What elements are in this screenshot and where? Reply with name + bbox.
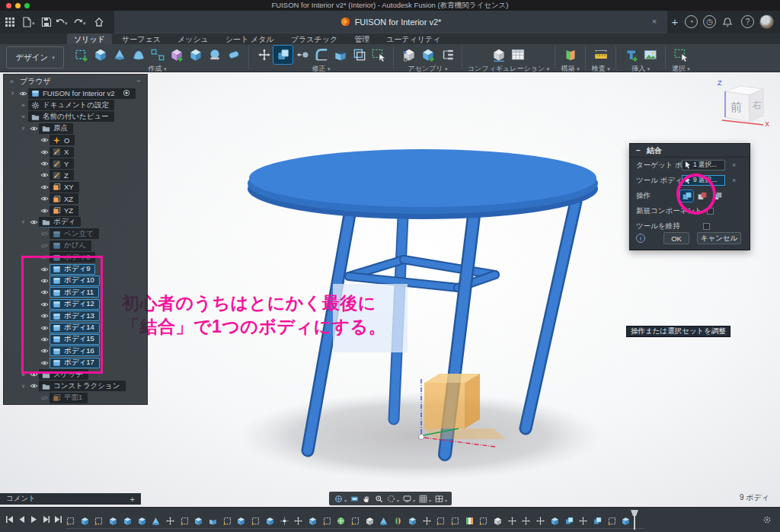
tab-add-icon[interactable]: +: [669, 15, 681, 28]
workspace-selector[interactable]: デザイン ▾: [6, 46, 64, 68]
revolve-icon[interactable]: [205, 46, 224, 64]
visibility-eye-icon[interactable]: [39, 137, 50, 143]
timeline-feature-mirror-icon[interactable]: [393, 515, 403, 525]
activate-component-radio-icon[interactable]: [123, 89, 130, 98]
timeline-feature-move-icon[interactable]: [578, 515, 588, 525]
visibility-eye-icon[interactable]: [39, 196, 50, 202]
visibility-eye-icon[interactable]: [28, 219, 39, 225]
fillet-icon[interactable]: [312, 46, 331, 64]
document-tab[interactable]: FUISON for Interior v2*: [114, 11, 667, 33]
config-table-icon[interactable]: [509, 46, 528, 64]
ribbon-tab-シート メタル[interactable]: シート メタル: [219, 33, 281, 44]
timeline-feature-cube-icon[interactable]: [123, 515, 133, 525]
browser-row-XY[interactable]: XY: [4, 181, 147, 193]
ribbon-tab-管理[interactable]: 管理: [347, 33, 376, 44]
box-icon[interactable]: [186, 46, 205, 64]
home-icon[interactable]: [92, 15, 106, 29]
redo-caret[interactable]: ▾: [83, 21, 86, 27]
timeline-feature-cone-icon[interactable]: [151, 515, 161, 525]
expand-open-icon[interactable]: »: [20, 217, 27, 227]
ribbon-tab-プラスチック[interactable]: プラスチック: [284, 33, 344, 44]
browser-row-Z[interactable]: Z: [4, 170, 147, 181]
expand-closed-icon[interactable]: »: [18, 113, 28, 120]
job-status-icon[interactable]: ◷: [703, 15, 716, 28]
tree-node-XY[interactable]: XY: [50, 182, 79, 193]
caret-icon[interactable]: ▾: [413, 498, 415, 503]
timeline-feature-cube-icon[interactable]: [193, 515, 203, 525]
timeline-feature-cube-icon[interactable]: [308, 515, 318, 525]
browser-row-コンストラクション[interactable]: »コンストラクション: [4, 381, 147, 392]
caret-icon[interactable]: ▾: [429, 498, 431, 503]
browser-row-X[interactable]: X: [4, 146, 147, 158]
extensions-icon[interactable]: ◔: [685, 15, 698, 28]
timeline-feature-sketch-icon[interactable]: [322, 515, 332, 525]
visibility-eye-icon[interactable]: [28, 383, 39, 389]
visibility-eye-icon[interactable]: [39, 208, 50, 214]
timeline-feature-shell-icon[interactable]: [208, 515, 218, 525]
extrude-icon[interactable]: [91, 46, 110, 64]
timeline-feature-move-icon[interactable]: [535, 515, 545, 525]
cylinder-icon[interactable]: [224, 46, 243, 64]
timeline-feature-cube-icon[interactable]: [550, 515, 560, 525]
zoomico-icon[interactable]: [372, 492, 385, 505]
timeline-playhead-marker[interactable]: [631, 510, 638, 530]
timeline-feature-cube-icon[interactable]: [108, 515, 118, 525]
tab-close-icon[interactable]: ×: [649, 17, 660, 26]
draft-icon[interactable]: [350, 46, 369, 64]
tree-node-かびん[interactable]: かびん: [50, 241, 91, 251]
comment-add-button[interactable]: +: [130, 495, 135, 504]
caret-icon[interactable]: ▾: [445, 498, 447, 503]
arc-icon[interactable]: [129, 46, 148, 64]
timeline-feature-move-icon[interactable]: [521, 515, 531, 525]
browser-row-XZ[interactable]: XZ: [4, 193, 147, 205]
ok-button[interactable]: OK: [663, 232, 689, 244]
browser-row-ボディ[interactable]: »ボディ: [4, 216, 147, 228]
tree-node-YZ[interactable]: YZ: [50, 205, 78, 216]
target-body-selector[interactable]: 1 選択...: [682, 160, 725, 170]
tree-node-ペン立て[interactable]: ペン立て: [50, 228, 99, 239]
browser-row-FUISON for Interior v2[interactable]: »FUISON for Interior v2: [4, 88, 147, 99]
timeline-feature-sketch-icon[interactable]: [251, 515, 261, 525]
timeline-feature-move-icon[interactable]: [293, 515, 303, 525]
view-cube[interactable]: Z 前 右 X: [708, 76, 777, 131]
ribbon-tab-ユーティリティ[interactable]: ユーティリティ: [379, 33, 447, 44]
cone-icon[interactable]: [110, 46, 129, 64]
tree-node-平面1[interactable]: 平面1: [50, 393, 88, 403]
timeline-feature-cube-icon[interactable]: [80, 515, 90, 525]
select-icon[interactable]: [671, 46, 690, 64]
tree-node-Z[interactable]: Z: [50, 170, 74, 180]
tree-node-コンストラクション[interactable]: コンストラクション: [39, 381, 126, 391]
grid-icon[interactable]: [417, 492, 429, 505]
timeline-feature-move-icon[interactable]: [165, 515, 175, 525]
timeline-feature-cube-icon[interactable]: [265, 515, 275, 525]
caret-icon[interactable]: ▾: [344, 498, 347, 503]
asm-icon[interactable]: [399, 46, 418, 64]
timeline-feature-move-icon[interactable]: [507, 515, 517, 525]
lookat-icon[interactable]: [348, 492, 360, 505]
select-icon[interactable]: [369, 46, 388, 64]
timeline-settings-gear-icon[interactable]: [762, 514, 772, 525]
browser-collapse-icon[interactable]: «: [10, 78, 14, 85]
browser-row-平面1[interactable]: 平面1: [4, 392, 147, 403]
ribbon-tab-メッシュ[interactable]: メッシュ: [171, 33, 216, 44]
sketch-dim-icon[interactable]: [148, 46, 167, 64]
close-window-button[interactable]: [6, 3, 11, 8]
browser-row-ドキュメントの設定[interactable]: »ドキュメントの設定: [4, 99, 147, 110]
timeline-feature-sketch-icon[interactable]: [222, 515, 232, 525]
viewports-icon[interactable]: [433, 492, 445, 505]
visibility-eye-icon[interactable]: [28, 126, 39, 132]
timeline-feature-sketch-icon[interactable]: [66, 515, 75, 525]
timeline-feature-sketch-icon[interactable]: [478, 515, 488, 525]
display-icon[interactable]: [401, 492, 413, 505]
cancel-button[interactable]: キャンセル: [697, 232, 741, 244]
visibility-eye-icon[interactable]: [39, 161, 50, 167]
expand-open-icon[interactable]: »: [9, 88, 16, 98]
timeline-feature-copy-icon[interactable]: [564, 515, 574, 525]
save-icon[interactable]: [40, 15, 53, 29]
minimize-window-button[interactable]: [15, 3, 21, 8]
expand-open-icon[interactable]: »: [20, 123, 27, 133]
timeline-feature-cube-icon[interactable]: [236, 515, 246, 525]
browser-row-ペン立て[interactable]: ペン立て: [4, 228, 147, 240]
visibility-eye-icon[interactable]: [39, 184, 50, 190]
timeline-feature-appearance-icon[interactable]: [465, 515, 475, 525]
